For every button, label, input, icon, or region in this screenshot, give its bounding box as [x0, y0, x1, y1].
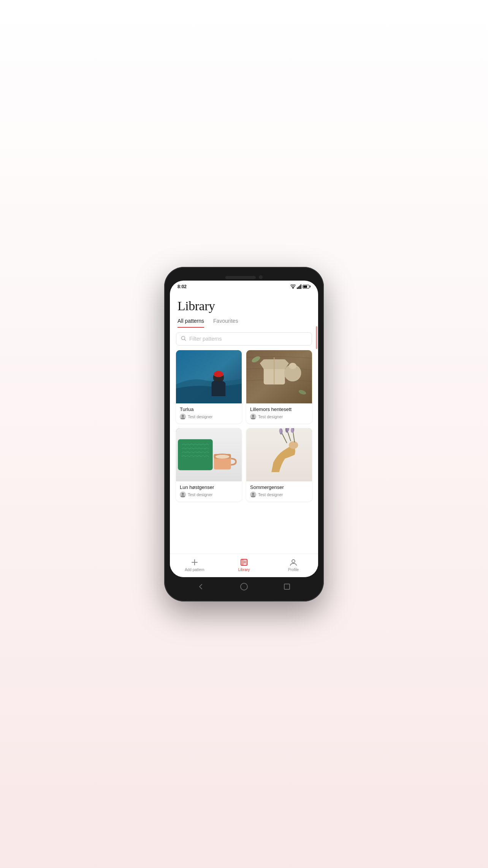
pattern-name-lillemors: Lillemors hentesett — [250, 406, 308, 412]
svg-rect-3 — [299, 286, 300, 289]
phone-camera — [259, 275, 263, 279]
tabs-row: All patterns Favourites — [170, 313, 318, 328]
status-icons — [290, 284, 311, 289]
search-bar[interactable]: Filter patterns — [176, 332, 312, 346]
pattern-info-lillemors: Lillemors hentesett Test designer — [246, 403, 312, 424]
patterns-grid: Turlua Test designer — [170, 350, 318, 506]
pattern-image-sommer — [246, 428, 312, 481]
add-icon — [190, 558, 199, 567]
svg-point-37 — [279, 428, 282, 433]
battery-icon — [303, 285, 311, 289]
nav-label-library: Library — [238, 568, 250, 572]
svg-point-26 — [215, 455, 230, 459]
scroll-indicator — [316, 326, 317, 349]
svg-point-20 — [252, 415, 254, 417]
pattern-card-turlua[interactable]: Turlua Test designer — [176, 350, 242, 424]
designer-row-turlua: Test designer — [180, 414, 238, 420]
designer-name-lun: Test designer — [188, 492, 212, 497]
nav-item-add[interactable]: Add pattern — [170, 558, 219, 572]
android-nav — [164, 577, 324, 596]
svg-rect-9 — [214, 373, 223, 376]
phone-wrapper: 8:02 — [157, 259, 331, 609]
svg-rect-4 — [301, 284, 302, 289]
designer-row-sommer: Test designer — [250, 492, 308, 498]
pattern-card-lun[interactable]: Lun høstgenser Test designer — [176, 428, 242, 501]
pattern-name-turlua: Turlua — [180, 406, 238, 412]
svg-point-41 — [252, 493, 254, 495]
android-recents-button[interactable] — [282, 582, 292, 591]
tab-favourites[interactable]: Favourites — [213, 318, 238, 328]
bottom-nav: Add pattern Library — [170, 554, 318, 577]
library-icon — [240, 558, 248, 567]
designer-name-lillemors: Test designer — [258, 414, 283, 419]
search-icon — [181, 336, 186, 342]
nav-item-profile[interactable]: Profile — [269, 558, 318, 572]
nav-label-add: Add pattern — [185, 568, 204, 572]
signal-icon — [297, 284, 301, 289]
android-home-button[interactable] — [239, 582, 249, 591]
designer-name-sommer: Test designer — [258, 492, 283, 497]
designer-avatar-lun — [180, 492, 186, 498]
pattern-card-lillemors[interactable]: Lillemors hentesett Test designer — [246, 350, 312, 424]
search-input[interactable]: Filter patterns — [189, 336, 222, 342]
phone-notch — [164, 267, 324, 281]
designer-row-lillemors: Test designer — [250, 414, 308, 420]
designer-avatar-lillemors — [250, 414, 256, 420]
svg-point-49 — [292, 560, 295, 563]
phone-screen: 8:02 — [170, 281, 318, 577]
pattern-image-lun — [176, 428, 242, 481]
android-back-button[interactable] — [196, 582, 206, 591]
pattern-name-sommer: Sommergenser — [250, 484, 308, 490]
designer-avatar-sommer — [250, 492, 256, 498]
svg-point-16 — [289, 363, 296, 369]
phone-device: 8:02 — [164, 267, 324, 601]
wifi-icon — [290, 284, 296, 289]
pattern-info-sommer: Sommergenser Test designer — [246, 481, 312, 501]
svg-point-0 — [293, 288, 293, 289]
pattern-name-lun: Lun høstgenser — [180, 484, 238, 490]
svg-point-39 — [291, 428, 293, 433]
svg-rect-2 — [298, 286, 299, 289]
phone-speaker — [225, 276, 256, 279]
pattern-info-lun: Lun høstgenser Test designer — [176, 481, 242, 501]
profile-icon — [289, 558, 298, 567]
page-title: Library — [177, 299, 311, 313]
pattern-info-turlua: Turlua Test designer — [176, 403, 242, 424]
designer-row-lun: Test designer — [180, 492, 238, 498]
pattern-card-sommer[interactable]: Sommergenser Test designer — [246, 428, 312, 501]
pattern-image-lillemors — [246, 350, 312, 403]
designer-name-turlua: Test designer — [188, 414, 212, 419]
app-content: Library All patterns Favourites Filt — [170, 291, 318, 554]
svg-rect-44 — [241, 559, 247, 565]
page-title-area: Library — [170, 291, 318, 313]
status-time: 8:02 — [177, 284, 187, 289]
designer-avatar-turlua — [180, 414, 186, 420]
svg-point-11 — [182, 415, 184, 417]
svg-rect-1 — [297, 287, 298, 289]
tab-all-patterns[interactable]: All patterns — [177, 318, 204, 328]
nav-item-library[interactable]: Library — [219, 558, 269, 572]
status-bar: 8:02 — [170, 281, 318, 291]
nav-label-profile: Profile — [288, 568, 299, 572]
svg-point-30 — [289, 441, 298, 449]
pattern-image-turlua — [176, 350, 242, 403]
svg-point-28 — [182, 493, 184, 495]
